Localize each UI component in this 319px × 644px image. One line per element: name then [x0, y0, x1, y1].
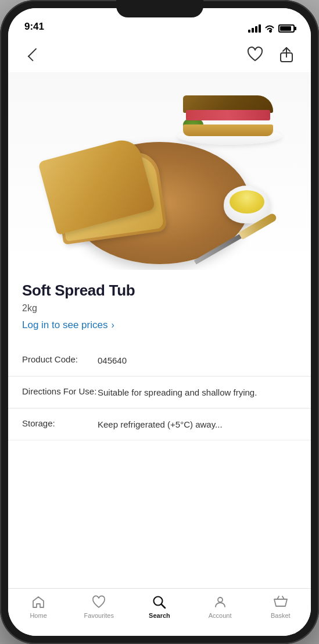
account-icon: [213, 595, 228, 610]
share-button[interactable]: [276, 44, 297, 65]
tab-bar: Home Favourites Search: [8, 588, 311, 636]
product-info-section: Product Code: 045640 Directions For Use:…: [8, 345, 311, 440]
product-code-label: Product Code:: [22, 354, 98, 364]
tab-account[interactable]: Account: [203, 595, 238, 619]
notch: [116, 0, 203, 17]
svg-point-2: [218, 597, 223, 602]
directions-value: Suitable for spreading and shallow fryin…: [98, 386, 257, 399]
info-row-product-code: Product Code: 045640: [8, 345, 311, 376]
sandwich-image: [177, 81, 282, 145]
tab-favourites[interactable]: Favourites: [81, 595, 116, 619]
tab-home[interactable]: Home: [21, 595, 56, 619]
tab-search[interactable]: Search: [142, 595, 177, 619]
sandwich-filling: [186, 110, 270, 120]
signal-icon: [248, 24, 261, 33]
back-button[interactable]: [22, 44, 43, 65]
content-area[interactable]: Soft Spread Tub 2kg Log in to see prices…: [8, 37, 311, 588]
login-price-text: Log in to see prices: [22, 319, 107, 331]
tab-home-label: Home: [30, 612, 46, 619]
info-row-storage: Storage: Keep refrigerated (+5°C) away..…: [8, 409, 311, 440]
tab-account-label: Account: [209, 612, 232, 619]
product-image: [8, 72, 311, 270]
tab-basket[interactable]: Basket: [263, 595, 298, 619]
heart-icon: [247, 47, 263, 62]
product-weight: 2kg: [22, 303, 297, 314]
screen: 9:41: [8, 8, 311, 636]
nav-actions: [245, 44, 297, 65]
status-time: 9:41: [24, 21, 44, 33]
search-icon: [152, 595, 167, 610]
product-code-value: 045640: [98, 354, 127, 367]
product-details: Soft Spread Tub 2kg Log in to see prices…: [8, 270, 311, 340]
share-icon: [279, 47, 294, 63]
food-scene: [8, 72, 311, 270]
battery-icon: [278, 24, 295, 33]
tab-favourites-label: Favourites: [84, 612, 114, 619]
login-price-chevron: ›: [111, 320, 114, 330]
basket-icon: [273, 595, 288, 610]
nav-header: [8, 37, 311, 72]
favourites-icon: [91, 595, 106, 610]
info-row-directions: Directions For Use: Suitable for spreadi…: [8, 377, 311, 408]
product-name: Soft Spread Tub: [22, 282, 297, 300]
tab-search-label: Search: [149, 612, 170, 619]
directions-label: Directions For Use:: [22, 386, 98, 396]
tab-basket-label: Basket: [271, 612, 291, 619]
sandwich-body: [183, 95, 273, 136]
status-icons: [248, 24, 295, 33]
favourite-button[interactable]: [245, 44, 266, 65]
home-icon: [31, 595, 46, 610]
storage-label: Storage:: [22, 418, 98, 428]
login-price-link[interactable]: Log in to see prices ›: [22, 319, 297, 331]
phone-frame: 9:41: [0, 0, 319, 644]
wifi-icon: [264, 24, 275, 33]
back-chevron-icon: [28, 48, 41, 62]
sandwich-bread-bottom: [183, 124, 273, 136]
storage-value: Keep refrigerated (+5°C) away...: [98, 418, 223, 430]
